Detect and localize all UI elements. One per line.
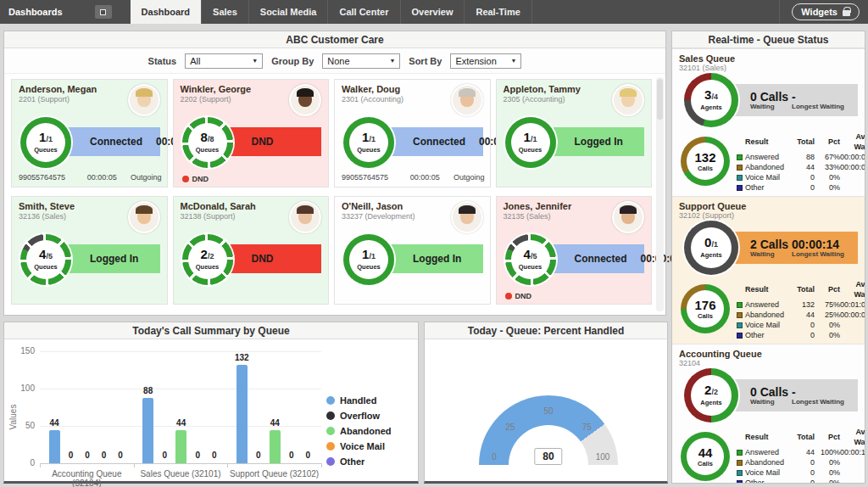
agent-card[interactable]: McDonald, Sarah32138 (Support)DND2/2Queu…	[173, 196, 330, 305]
result-avg-wait: 00:00:09	[840, 162, 865, 172]
queue-status-title: Real-time - Queue Status	[672, 31, 865, 48]
result-pct: 100%	[815, 447, 840, 457]
longest-waiting-label: Longest Waiting	[792, 398, 844, 406]
tab-real-time[interactable]: Real-Time	[465, 0, 531, 24]
result-swatch-icon	[737, 185, 743, 191]
queue-name: Accounting Queue	[679, 349, 858, 359]
result-label: Voice Mail	[745, 172, 789, 182]
agent-queues-ring-center: 4/5Queues	[511, 240, 550, 279]
agent-card[interactable]: Anderson, Megan2201 (Support)Connected00…	[11, 79, 168, 188]
result-total: 0	[789, 172, 815, 182]
agent-avatar	[128, 201, 160, 233]
widgets-button[interactable]: Widgets	[792, 3, 860, 20]
agent-card[interactable]: Walker, Doug2301 (Accounting)Connected00…	[334, 79, 491, 188]
result-total: 0	[789, 467, 815, 478]
agent-status-text: Logged In	[413, 253, 461, 265]
agent-call-detail: 9905576457500:00:05Outgoing	[19, 173, 162, 182]
legend-dot-icon	[326, 396, 335, 405]
result-swatch-icon	[737, 480, 743, 484]
agent-name: Jones, Jennifer	[504, 201, 572, 211]
queue-sections: Sales Queue32101 (Sales)0 CallsWaiting-L…	[672, 48, 865, 484]
agent-card[interactable]: Smith, Steve32136 (Sales)Logged In4/5Que…	[11, 196, 168, 305]
status-select-value: All	[190, 56, 200, 66]
result-total: 44	[789, 447, 815, 457]
chevron-down-icon: ▼	[389, 58, 395, 64]
table-row: Abandoned4425%00:00:08	[737, 310, 865, 320]
sort-by-select-value: Extension	[455, 56, 496, 66]
agent-queues-ring-center: 1/1Queues	[511, 123, 550, 162]
result-avg-wait: -	[840, 172, 865, 182]
agent-queues-word: Queues	[196, 146, 220, 154]
x-axis-category: Support Queue (32102)	[225, 469, 324, 479]
agent-name: Smith, Steve	[19, 201, 75, 211]
tab-call-center[interactable]: Call Center	[328, 0, 400, 24]
window-icon[interactable]	[95, 5, 112, 19]
result-total: 0	[789, 457, 815, 467]
group-by-select[interactable]: None ▼	[322, 53, 400, 69]
table-header-row: ResultTotalPctAvg Wait	[737, 427, 865, 447]
dnd-indicator: DND	[505, 292, 532, 300]
result-swatch-icon	[737, 333, 743, 339]
agent-card[interactable]: O'Neill, Jason33237 (Development)Logged …	[334, 196, 491, 305]
agent-queues-count: 1/1	[39, 132, 53, 145]
header-total: Total	[789, 137, 815, 147]
queue-stats-row: 132CallsResultTotalPctAvg WaitAnswered88…	[679, 132, 858, 193]
queue-agents-word: Agents	[700, 399, 721, 406]
queue-agents-count: 0/1	[704, 237, 718, 250]
agent-name: McDonald, Sarah	[181, 201, 256, 211]
queue-calls-ring: 176Calls	[681, 284, 730, 333]
tab-sales[interactable]: Sales	[202, 0, 249, 24]
dnd-label: DND	[515, 292, 532, 300]
legend-label: Abandoned	[340, 426, 392, 436]
calls-waiting-label: Waiting	[750, 250, 788, 258]
queue-agents-ring: 0/1Agents	[684, 221, 738, 275]
queue-calls-ring: 44Calls	[681, 432, 730, 481]
header-pct: Pct	[815, 137, 840, 147]
table-row: Voice Mail00%-	[737, 467, 865, 478]
scrollbar-thumb[interactable]	[657, 79, 663, 120]
agent-name: Appleton, Tammy	[504, 84, 581, 94]
calls-waiting: 0 CallsWaiting	[750, 91, 788, 110]
calls-waiting-value: 0 Calls	[750, 386, 788, 398]
percent-handled-title: Today - Queue: Percent Handled	[425, 322, 667, 339]
group-by-select-value: None	[327, 56, 349, 66]
agent-avatar	[612, 201, 644, 233]
queue-calls-total: 176	[694, 299, 715, 311]
agent-extension: 2301 (Accounting)	[342, 95, 403, 104]
calls-waiting-label: Waiting	[750, 398, 788, 406]
agent-queues-ring: 4/5Queues	[20, 234, 71, 285]
bar-chart: 050100150Values440000Accounting Queue (3…	[4, 339, 418, 481]
agent-extension: 2202 (Support)	[181, 95, 231, 104]
gauge-tick-label: 50	[543, 406, 553, 416]
tab-dashboard[interactable]: Dashboard	[131, 0, 202, 24]
agents-scrollbar[interactable]	[656, 77, 664, 311]
bar-handled	[236, 365, 248, 463]
tab-social-media[interactable]: Social Media	[249, 0, 329, 24]
result-label: Other	[745, 330, 789, 340]
result-swatch-icon	[737, 154, 743, 160]
chevron-down-icon: ▼	[511, 58, 517, 64]
avatar-hair	[136, 205, 153, 214]
queue-result-table: ResultTotalPctAvg WaitAnswered8867%00:00…	[737, 132, 865, 193]
status-select[interactable]: All ▼	[185, 53, 263, 69]
agent-card[interactable]: Jones, Jennifer32135 (Sales)Connected00:…	[496, 196, 653, 305]
agent-card[interactable]: Winkler, George2202 (Support)DND8/8Queue…	[173, 79, 330, 188]
gridline	[40, 389, 321, 389]
longest-waiting-label: Longest Waiting	[792, 250, 844, 258]
call-number: 99055764575	[19, 173, 87, 182]
sort-by-select[interactable]: Extension ▼	[450, 53, 521, 69]
tab-overview[interactable]: Overview	[401, 0, 465, 24]
calls-waiting-value: 2 Calls	[750, 238, 788, 250]
queue-stats-row: 44CallsResultTotalPctAvg WaitAnswered441…	[679, 427, 858, 484]
queue-name: Sales Queue	[679, 53, 858, 64]
longest-waiting: 00:00:14Longest Waiting	[792, 238, 858, 258]
result-pct: 33%	[815, 162, 840, 172]
agent-queues-ring-center: 2/2Queues	[188, 240, 227, 279]
queue-section: Support Queue32102 (Support)2 CallsWaiti…	[672, 196, 865, 344]
nav-right: Widgets	[779, 0, 868, 24]
gauge-tick-label: 25	[505, 422, 515, 431]
agent-status-text: DND	[252, 136, 274, 148]
agent-queues-count: 4/5	[39, 249, 53, 262]
agent-card[interactable]: Appleton, Tammy2305 (Accounting)Logged I…	[496, 79, 653, 188]
legend-dot-icon	[326, 442, 335, 451]
